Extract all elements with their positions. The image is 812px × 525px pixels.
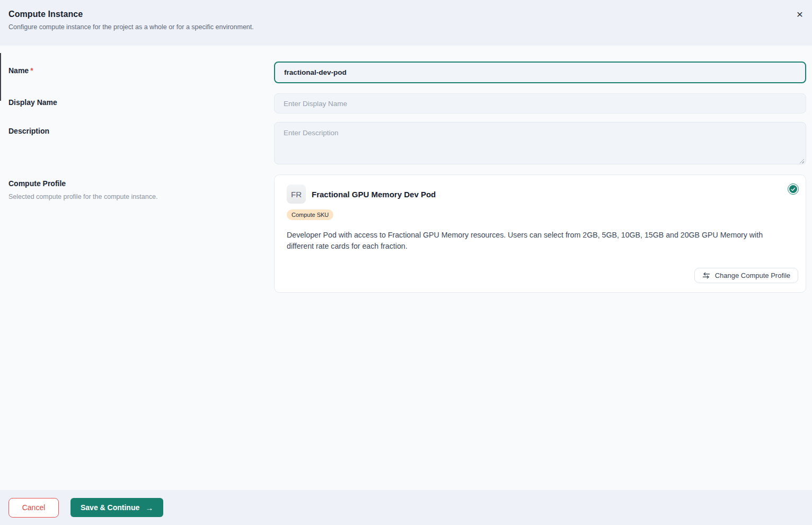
name-label-col: Name* — [8, 62, 274, 83]
description-input[interactable] — [274, 122, 806, 164]
cancel-button[interactable]: Cancel — [8, 498, 59, 518]
compute-profile-row: Compute Profile Selected compute profile… — [0, 174, 812, 293]
compute-instance-panel: Compute Instance Configure compute insta… — [0, 0, 812, 525]
display-name-input[interactable] — [274, 93, 806, 113]
arrow-right-icon: → — [145, 503, 153, 512]
close-icon[interactable]: × — [792, 6, 808, 22]
compute-profile-label: Compute Profile — [8, 179, 66, 188]
panel-footer: Cancel Save & Continue → — [0, 490, 812, 525]
swap-icon — [702, 272, 710, 279]
panel-header: Compute Instance Configure compute insta… — [0, 0, 812, 46]
save-continue-button[interactable]: Save & Continue → — [70, 498, 163, 517]
display-name-field-col — [274, 93, 806, 113]
name-label: Name* — [8, 66, 33, 75]
compute-profile-field-col: FR Fractional GPU Memory Dev Pod Compute… — [274, 174, 806, 293]
compute-profile-help-text: Selected compute profile for the compute… — [8, 193, 274, 200]
description-label: Description — [8, 127, 49, 135]
profile-title: Fractional GPU Memory Dev Pod — [312, 190, 436, 199]
description-label-col: Description — [8, 122, 274, 167]
display-name-label: Display Name — [8, 98, 57, 107]
profile-card-head: FR Fractional GPU Memory Dev Pod — [287, 185, 793, 204]
change-compute-profile-label: Change Compute Profile — [715, 272, 790, 279]
display-name-row: Display Name — [0, 93, 812, 113]
name-row: Name* — [0, 62, 812, 83]
description-field-col — [274, 122, 806, 167]
name-field-col — [274, 62, 806, 83]
page-edge-scrollbar[interactable] — [0, 53, 1, 101]
compute-profile-label-col: Compute Profile Selected compute profile… — [8, 174, 274, 293]
change-compute-profile-button[interactable]: Change Compute Profile — [694, 268, 798, 283]
page-subtitle: Configure compute instance for the proje… — [8, 23, 804, 31]
profile-avatar: FR — [287, 185, 306, 204]
description-row: Description — [0, 122, 812, 167]
compute-profile-card[interactable]: FR Fractional GPU Memory Dev Pod Compute… — [274, 174, 806, 293]
selected-check-icon — [788, 183, 799, 195]
name-input[interactable] — [274, 62, 806, 83]
page-title: Compute Instance — [8, 10, 804, 19]
save-continue-label: Save & Continue — [81, 503, 139, 512]
compute-sku-badge: Compute SKU — [287, 209, 333, 220]
required-asterisk: * — [30, 66, 33, 75]
display-name-label-col: Display Name — [8, 93, 274, 113]
profile-description: Developer Pod with access to Fractional … — [287, 230, 793, 252]
form-body: Name* Display Name Description — [0, 46, 812, 490]
